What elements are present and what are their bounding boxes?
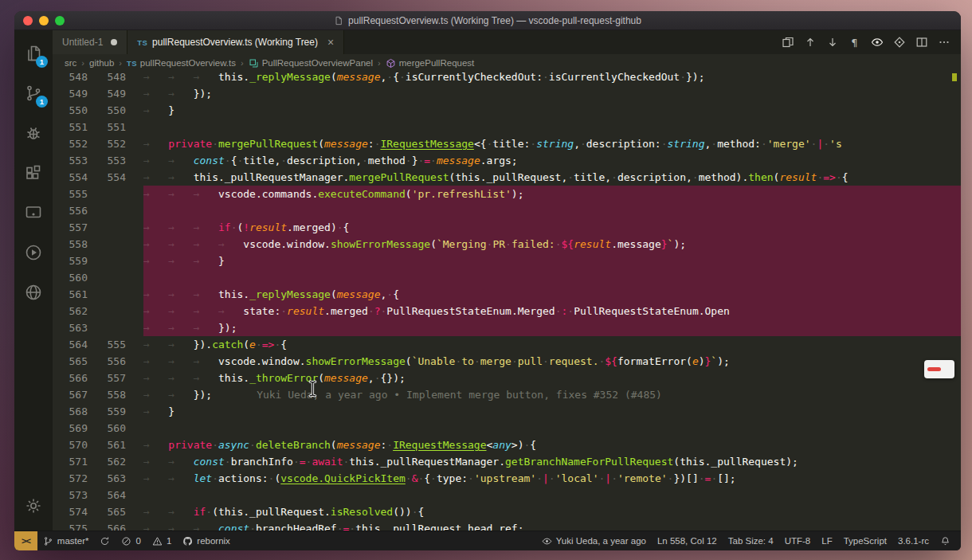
code-line-565[interactable]: 565556→→→vscode.window.showErrorMessage(… [53,353,961,370]
line-number-old[interactable]: 566 [53,370,88,386]
line-number-new[interactable]: 552 [88,135,126,152]
code-line-570[interactable]: 570561→private·async·deleteBranch(messag… [53,437,961,453]
activity-run-circle[interactable] [14,233,53,272]
code-editor[interactable]: 548548→→→this._replyMessage(message,·{·i… [53,72,961,531]
close-tab-icon[interactable]: × [327,37,334,48]
line-number-new[interactable]: 565 [88,503,126,520]
status-sync-icon[interactable] [94,531,116,550]
line-number-old[interactable]: 556 [53,202,88,219]
status-1[interactable]: 1 [147,531,177,550]
code-line-550[interactable]: 550550→} [53,102,961,119]
close-window-button[interactable] [23,16,33,25]
line-number-old[interactable]: 561 [53,286,88,303]
code-line-554[interactable]: 554554→→this._pullRequestManager.mergePu… [53,169,961,186]
code-line-568[interactable]: 568559→} [53,403,961,420]
code-line-549[interactable]: 549549→→}); [53,85,961,102]
line-number-new[interactable] [88,186,126,202]
activity-screencast[interactable] [14,193,53,233]
line-number-old[interactable]: 557 [53,219,88,236]
line-number-old[interactable]: 567 [53,386,88,403]
line-number-new[interactable]: 554 [88,169,126,186]
activity-settings-gear[interactable] [14,486,53,526]
status-utf-8[interactable]: UTF-8 [779,531,817,550]
line-number-new[interactable] [88,286,126,303]
zoom-window-button[interactable] [55,16,65,25]
status-0[interactable]: 0 [116,531,146,550]
code-line-551[interactable]: 551551 [53,119,961,135]
minimize-window-button[interactable] [39,16,49,25]
line-number-old[interactable]: 560 [53,269,88,286]
line-number-new[interactable]: 561 [88,437,126,453]
activity-explorer[interactable]: 1 [14,33,53,73]
code-line-563[interactable]: 563→→→}); [53,319,961,336]
line-number-old[interactable]: 555 [53,186,88,202]
code-line-557[interactable]: 557→→→if·(!result.merged)·{ [53,219,961,236]
code-line-575[interactable]: 575566→→→const·branchHeadRef·=·this._pul… [53,520,961,531]
code-line-559[interactable]: 559→→→} [53,253,961,269]
next-change-icon[interactable] [823,33,841,52]
line-number-new[interactable] [88,202,126,219]
code-line-562[interactable]: 562→→→→state:·result.merged·?·PullReques… [53,303,961,319]
status-typescript[interactable]: TypeScript [838,531,892,550]
line-number-new[interactable]: 562 [88,453,126,470]
code-line-573[interactable]: 573564 [53,487,961,503]
status-tab-size-4[interactable]: Tab Size: 4 [723,531,779,550]
line-number-new[interactable] [88,253,126,269]
activity-source-control[interactable]: 1 [14,73,53,113]
status-ln-558-col-12[interactable]: Ln 558, Col 12 [652,531,723,550]
line-number-new[interactable]: 559 [88,403,126,420]
line-number-new[interactable]: 548 [88,72,126,85]
line-number-new[interactable]: 550 [88,102,126,119]
breadcrumb-github[interactable]: github [89,58,114,68]
line-number-old[interactable]: 569 [53,420,88,437]
code-line-567[interactable]: 567558→→});Yuki Ueda, a year ago • Imple… [53,386,961,403]
line-number-new[interactable]: 564 [88,487,126,503]
line-number-new[interactable]: 560 [88,420,126,437]
preview-icon[interactable] [868,33,886,52]
line-number-old[interactable]: 565 [53,353,88,370]
open-changes-icon[interactable] [778,33,797,52]
line-number-new[interactable] [88,319,126,336]
line-number-old[interactable]: 572 [53,470,88,487]
code-line-572[interactable]: 572563→→let·actions:·(vscode.QuickPickIt… [53,470,961,487]
code-line-556[interactable]: 556 [53,202,961,219]
line-number-new[interactable] [88,269,126,286]
line-number-new[interactable] [88,236,126,253]
line-number-old[interactable]: 554 [53,169,88,186]
breadcrumb-pullrequestoverview-ts[interactable]: TSpullRequestOverview.ts [127,58,236,68]
line-number-old[interactable]: 548 [53,72,88,85]
tab-untitled[interactable]: Untitled-1 [53,30,127,54]
code-line-566[interactable]: 566557→→→this._throwError(message,·{}); [53,370,961,386]
line-number-old[interactable]: 564 [53,336,88,353]
line-number-old[interactable]: 553 [53,152,88,169]
line-number-old[interactable]: 571 [53,453,88,470]
code-line-555[interactable]: 555→→→vscode.commands.executeCommand('pr… [53,186,961,202]
prev-change-icon[interactable] [801,33,819,52]
activity-globe[interactable] [14,272,53,312]
remote-indicator[interactable]: >< [14,531,37,550]
code-line-553[interactable]: 553553→→const·{·title,·description,·meth… [53,152,961,169]
line-number-new[interactable]: 549 [88,85,126,102]
line-number-old[interactable]: 575 [53,520,88,531]
code-line-558[interactable]: 558→→→→vscode.window.showErrorMessage(`M… [53,236,961,253]
activity-debug[interactable] [14,113,53,153]
line-number-old[interactable]: 551 [53,119,88,135]
status-lf[interactable]: LF [816,531,837,550]
status-yuki-ueda-a-year-ago[interactable]: Yuki Ueda, a year ago [536,531,652,550]
compare-icon[interactable] [890,33,908,52]
more-actions-icon[interactable] [935,33,953,52]
code-line-561[interactable]: 561→→→this._replyMessage(message,·{ [53,286,961,303]
pilcrow-icon[interactable]: ¶ [845,33,864,52]
line-number-new[interactable]: 558 [88,386,126,403]
status-bell-icon[interactable] [935,531,956,550]
status-rebornix[interactable]: rebornix [177,531,236,550]
line-number-old[interactable]: 552 [53,135,88,152]
activity-extensions[interactable] [14,153,53,193]
line-number-new[interactable]: 557 [88,370,126,386]
line-number-new[interactable]: 553 [88,152,126,169]
line-number-old[interactable]: 568 [53,403,88,420]
scrollbar-decoration[interactable] [924,360,954,378]
line-number-new[interactable]: 563 [88,470,126,487]
breadcrumb-src[interactable]: src [65,58,76,68]
line-number-old[interactable]: 550 [53,102,88,119]
